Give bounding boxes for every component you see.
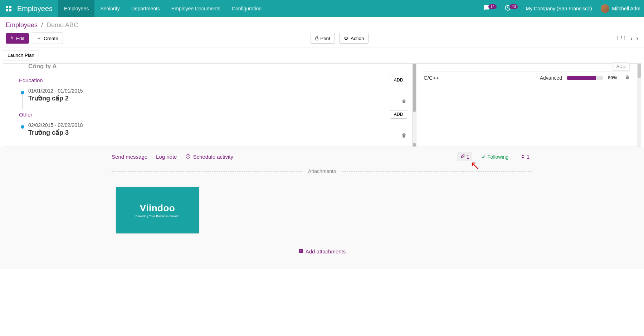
- launch-plan-button[interactable]: Launch Plan: [3, 50, 39, 60]
- control-panel: Employees / Demo ABC ✎ Edit ＋ Create ⎙ P…: [0, 17, 644, 48]
- attachments-toggle[interactable]: 1: [457, 152, 472, 161]
- delete-timeline-item[interactable]: [401, 133, 406, 139]
- trash-icon: [625, 75, 630, 80]
- following-button[interactable]: ✓ Following: [479, 153, 511, 161]
- user-menu[interactable]: Mitchell Adm: [601, 4, 640, 13]
- chatter-toolbar: Send message Log note Schedule activity …: [112, 147, 532, 166]
- edit-label: Edit: [16, 36, 24, 41]
- top-navbar: Employees Employees Seniority Department…: [0, 0, 644, 17]
- add-education-button[interactable]: ADD: [390, 76, 407, 84]
- schedule-label: Schedule activity: [193, 154, 233, 160]
- add-attachments-label: Add attachments: [306, 248, 346, 255]
- timeline-title: Trường cấp 3: [28, 128, 407, 137]
- plus-icon: ＋: [36, 35, 42, 41]
- skills-scrollbar[interactable]: [637, 64, 641, 147]
- attachments-heading: Attachments: [308, 168, 336, 174]
- breadcrumb: Employees / Demo ABC: [0, 17, 644, 30]
- nav-departments[interactable]: Departments: [126, 0, 166, 17]
- attachment-logo: Viindoo Powering Your Business Growth: [136, 203, 180, 218]
- schedule-activity-button[interactable]: Schedule activity: [185, 154, 233, 160]
- education-title: Education: [19, 77, 43, 83]
- education-header: Education ADD: [19, 76, 407, 84]
- skill-row: C/C++ Advanced 80%: [424, 71, 630, 84]
- gear-icon: ⚙: [344, 35, 348, 41]
- other-header: Other ADD: [19, 110, 407, 119]
- other-title: Other: [19, 112, 33, 118]
- svg-rect-3: [9, 9, 11, 11]
- main-menu: Employees Seniority Departments Employee…: [58, 0, 267, 17]
- chatter: Send message Log note Schedule activity …: [0, 147, 644, 269]
- skills-column: ADD C/C++ Advanced 80%: [416, 64, 637, 147]
- timeline-dates: 01/01/2012 - 01/01/2015: [28, 88, 407, 94]
- company-switcher[interactable]: My Company (San Francisco): [526, 6, 592, 11]
- pencil-icon: ✎: [10, 36, 14, 41]
- skill-progress: [567, 76, 603, 80]
- apps-icon: [6, 6, 11, 11]
- messages-button[interactable]: 14: [483, 5, 498, 13]
- create-label: Create: [44, 36, 58, 41]
- timeline-dates: 02/02/2015 - 02/02/2018: [28, 122, 407, 128]
- resume-scrollbar[interactable]: [412, 64, 416, 147]
- control-bar: ✎ Edit ＋ Create ⎙ Print ⚙ Action 1 / 1 ‹…: [0, 30, 644, 48]
- svg-point-6: [522, 155, 524, 156]
- breadcrumb-root[interactable]: Employees: [6, 21, 38, 29]
- nav-configuration[interactable]: Configuration: [226, 0, 267, 17]
- person-icon: [521, 154, 525, 160]
- trash-icon: [401, 99, 406, 104]
- paperclip-icon: [460, 154, 465, 160]
- app-brand[interactable]: Employees: [17, 5, 58, 13]
- scroll-thumb[interactable]: [638, 64, 641, 78]
- truncated-prev-item: Công ty A: [19, 63, 407, 72]
- pager-next[interactable]: ›: [636, 35, 638, 42]
- nav-employee-documents[interactable]: Employee Documents: [166, 0, 226, 17]
- nav-seniority[interactable]: Seniority: [94, 0, 125, 17]
- add-skill-button[interactable]: ADD: [613, 62, 630, 71]
- add-other-button[interactable]: ADD: [390, 110, 407, 119]
- resume-column: Công ty A Education ADD 01/01/2012 - 01/…: [3, 64, 412, 147]
- print-button[interactable]: ⎙ Print: [311, 33, 335, 44]
- messages-badge: 14: [488, 4, 497, 9]
- breadcrumb-current: Demo ABC: [47, 21, 78, 29]
- add-attachments-button[interactable]: Add attachments: [298, 248, 346, 255]
- scroll-thumb-end[interactable]: [413, 143, 416, 147]
- delete-timeline-item[interactable]: [401, 99, 406, 105]
- scroll-thumb[interactable]: [413, 64, 416, 112]
- avatar: [601, 4, 609, 13]
- skill-level: Advanced: [523, 75, 562, 81]
- print-icon: ⎙: [315, 36, 318, 41]
- activities-button[interactable]: 40: [504, 5, 519, 13]
- form-sheet: Công ty A Education ADD 01/01/2012 - 01/…: [3, 63, 641, 147]
- followers-button[interactable]: 1: [518, 153, 532, 161]
- timeline-item[interactable]: 01/01/2012 - 01/01/2015 Trường cấp 2: [19, 84, 407, 104]
- pager: 1 / 1: [616, 35, 626, 41]
- delete-skill[interactable]: [625, 75, 630, 81]
- following-label: Following: [487, 154, 508, 160]
- timeline-item[interactable]: 02/02/2015 - 02/02/2018 Trường cấp 3: [19, 119, 407, 138]
- action-label: Action: [351, 36, 364, 41]
- check-icon: ✓: [482, 154, 486, 160]
- svg-rect-0: [6, 6, 8, 8]
- skill-name: C/C++: [424, 75, 518, 81]
- timeline-title: Trường cấp 2: [28, 94, 407, 102]
- print-label: Print: [320, 36, 330, 41]
- apps-launcher[interactable]: [0, 6, 17, 11]
- svg-rect-2: [6, 9, 8, 11]
- pager-prev[interactable]: ‹: [630, 35, 633, 42]
- attachments-divider: Attachments: [112, 168, 532, 174]
- send-message-button[interactable]: Send message: [112, 154, 147, 160]
- attachment-thumbnail[interactable]: Viindoo Powering Your Business Growth: [116, 187, 199, 233]
- plus-square-icon: [298, 248, 303, 255]
- followers-count: 1: [527, 154, 530, 160]
- edit-button[interactable]: ✎ Edit: [6, 33, 29, 44]
- pager-arrows: ‹ ›: [630, 35, 638, 42]
- clock-outline-icon: [185, 154, 191, 160]
- trash-icon: [401, 133, 406, 138]
- annotation-arrow: [470, 161, 479, 171]
- nav-employees[interactable]: Employees: [58, 0, 94, 17]
- action-button[interactable]: ⚙ Action: [339, 33, 369, 44]
- log-note-button[interactable]: Log note: [156, 154, 177, 160]
- skill-percent: 80%: [608, 75, 620, 80]
- breadcrumb-separator: /: [41, 21, 43, 29]
- create-button[interactable]: ＋ Create: [32, 33, 63, 44]
- activities-badge: 40: [509, 4, 518, 9]
